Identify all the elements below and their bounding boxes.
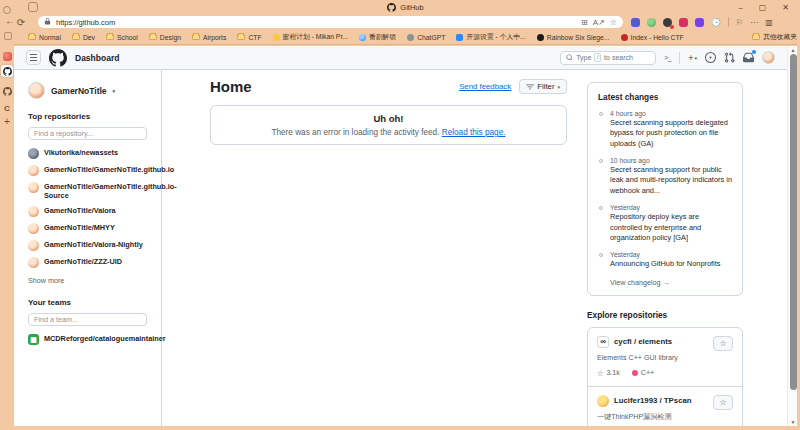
- page-scrollbar[interactable]: ▲ ▼: [787, 46, 797, 426]
- favorite-star-icon[interactable]: ☆: [610, 18, 617, 27]
- folder-icon: [192, 34, 200, 40]
- tab-actions-icon[interactable]: [3, 6, 11, 14]
- find-team-input[interactable]: Find a team...: [28, 313, 147, 326]
- repo-link[interactable]: GamerNoTitle/GamerNoTitle.github.io-Sour…: [28, 182, 147, 200]
- bookmark-folder[interactable]: Normal: [28, 34, 61, 41]
- changelog-link[interactable]: Secret scanning supports delegated bypas…: [610, 118, 732, 149]
- user-avatar[interactable]: [762, 51, 775, 64]
- bookmark-link[interactable]: 开源设置 - 个人中...: [456, 32, 525, 42]
- explore-repositories-title: Explore repositories: [587, 310, 743, 320]
- tab-list-icon[interactable]: [4, 32, 12, 40]
- split-screen-icon[interactable]: ⊞: [581, 18, 588, 27]
- changelog-link[interactable]: Repository deploy keys are controlled by…: [610, 212, 732, 243]
- github-logo-icon[interactable]: [49, 49, 67, 67]
- issues-icon[interactable]: [705, 52, 716, 63]
- changelog-link[interactable]: Secret scanning support for public leak …: [610, 165, 732, 196]
- repo-link[interactable]: GamerNoTitle/GamerNoTitle.github.io: [28, 165, 147, 176]
- star-count[interactable]: ☆3.1k: [597, 369, 620, 378]
- command-palette-icon[interactable]: >_: [664, 54, 671, 61]
- changelog-link[interactable]: Announcing GitHub for Nonprofits: [610, 259, 732, 269]
- folder-icon: [28, 34, 36, 40]
- reload-page-link[interactable]: Reload this page.: [442, 128, 506, 137]
- tab-favicon-c[interactable]: C: [4, 104, 10, 113]
- address-bar[interactable]: https://github.com ⊞ A↗ ☆: [38, 16, 623, 28]
- search-input[interactable]: Type / to search: [560, 51, 656, 65]
- changelog-item: 4 hours agoSecret scanning supports dele…: [598, 110, 732, 149]
- active-tab-github[interactable]: [1, 65, 13, 77]
- explore-repo-item: Lucifer1993 / TPscan ☆ 一键ThinkPHP漏洞检测 ☆1…: [588, 386, 742, 426]
- reload-button[interactable]: ⟳: [14, 17, 28, 28]
- filter-icon: [526, 83, 534, 91]
- bookmark-folder[interactable]: Design: [149, 34, 181, 41]
- read-aloud-icon[interactable]: A↗: [593, 18, 605, 27]
- bookmark-link[interactable]: 蜜柑计划 - Mikan Pr...: [273, 32, 348, 42]
- scroll-up-arrow[interactable]: ▲: [788, 47, 797, 53]
- tab-favicon-github[interactable]: [3, 82, 12, 100]
- scrollbar-thumb[interactable]: [790, 54, 797, 390]
- more-menu-icon[interactable]: ⋯: [750, 18, 758, 27]
- extension-icon-3[interactable]: [663, 18, 672, 27]
- url-text: https://github.com: [56, 18, 576, 27]
- timeline-dot-icon: [599, 159, 603, 163]
- extension-icon-5[interactable]: [695, 18, 704, 27]
- repo-link[interactable]: Lucifer1993 / TPscan: [614, 396, 692, 405]
- star-icon: ☆: [597, 369, 603, 378]
- new-tab-button[interactable]: +: [4, 116, 10, 127]
- filter-button[interactable]: Filter ▾: [519, 79, 567, 94]
- bookmark-folder[interactable]: Airports: [192, 34, 226, 41]
- extension-icon-4[interactable]: [679, 18, 688, 27]
- repo-avatar: [28, 206, 39, 217]
- titlebar: GitHub – ▢ ✕: [14, 0, 797, 14]
- sidebar-panel-icon[interactable]: ▥: [765, 18, 773, 27]
- show-more-link[interactable]: Show more: [28, 276, 147, 285]
- breadcrumb[interactable]: Dashboard: [75, 53, 119, 63]
- repo-link[interactable]: Vikutorika/newassets: [28, 148, 147, 159]
- maximize-button[interactable]: ▢: [759, 3, 767, 12]
- bookmark-folder[interactable]: Dev: [72, 34, 95, 41]
- language-dot-icon: [632, 370, 638, 376]
- history-icon[interactable]: 🕒: [711, 18, 721, 27]
- close-button[interactable]: ✕: [782, 3, 789, 12]
- repo-link[interactable]: GamerNoTitle/MHYY: [28, 223, 147, 234]
- bookmark-folder[interactable]: School: [106, 34, 138, 41]
- bookmark-link[interactable]: Rainbow Six Siege...: [537, 34, 610, 41]
- bookmark-link[interactable]: 番剧解锁: [359, 32, 396, 42]
- create-new-button[interactable]: +▾: [688, 53, 697, 63]
- repo-description: 一键ThinkPHP漏洞检测: [597, 412, 733, 422]
- github-header: Dashboard Type / to search >_ +▾: [14, 46, 787, 70]
- minimize-button[interactable]: –: [738, 3, 742, 12]
- changelog-item: 10 hours agoSecret scanning support for …: [598, 157, 732, 196]
- repo-link[interactable]: GamerNoTitle/ZZZ-UID: [28, 257, 147, 268]
- browser-essentials-icon[interactable]: ⚐: [736, 18, 743, 27]
- browser-toolbar: ⟳ https://github.com ⊞ A↗ ☆ 🕒 ⚐ ⋯ ▥: [14, 14, 797, 30]
- r6-favicon-icon: [537, 34, 544, 41]
- repo-link[interactable]: cycfi / elements: [614, 337, 672, 346]
- repo-link[interactable]: GamerNoTitle/Valora-Nightly: [28, 240, 147, 251]
- repo-link[interactable]: GamerNoTitle/Valora: [28, 206, 147, 217]
- error-message: There was an error in loading the activi…: [272, 128, 440, 137]
- view-changelog-link[interactable]: View changelog →: [598, 278, 732, 287]
- notifications-inbox-icon[interactable]: [743, 52, 754, 63]
- find-repository-input[interactable]: Find a repository...: [28, 127, 147, 140]
- extension-icon-2[interactable]: [647, 18, 656, 27]
- feed-main: Home Send feedback Filter ▾ Uh oh! There…: [162, 70, 587, 426]
- folder-icon: [72, 34, 80, 40]
- star-button[interactable]: ☆: [713, 336, 733, 351]
- team-link[interactable]: ▦MCDReforged/cataloguemaintainer: [28, 334, 147, 345]
- star-button[interactable]: ☆: [713, 395, 733, 410]
- pull-requests-icon[interactable]: [724, 52, 735, 63]
- tab-preview-icon[interactable]: [28, 2, 38, 12]
- bookmark-folder[interactable]: CTF: [237, 34, 261, 41]
- hamburger-menu-button[interactable]: [26, 50, 41, 65]
- repo-avatar: [28, 182, 39, 193]
- bookmark-link[interactable]: Index - Hello CTF: [621, 34, 684, 41]
- browser-tab-github[interactable]: GitHub: [387, 3, 423, 12]
- scroll-down-arrow[interactable]: ▼: [788, 419, 797, 425]
- extension-icon-1[interactable]: [631, 18, 640, 27]
- timeline-dot-icon: [599, 206, 603, 210]
- send-feedback-link[interactable]: Send feedback: [459, 82, 511, 91]
- bookmark-link[interactable]: ChatGPT: [407, 34, 445, 41]
- tab-favicon-red[interactable]: [3, 52, 12, 61]
- other-favorites[interactable]: 其他收藏夹: [752, 32, 797, 42]
- profile-switcher[interactable]: GamerNoTitle ▾: [28, 82, 147, 99]
